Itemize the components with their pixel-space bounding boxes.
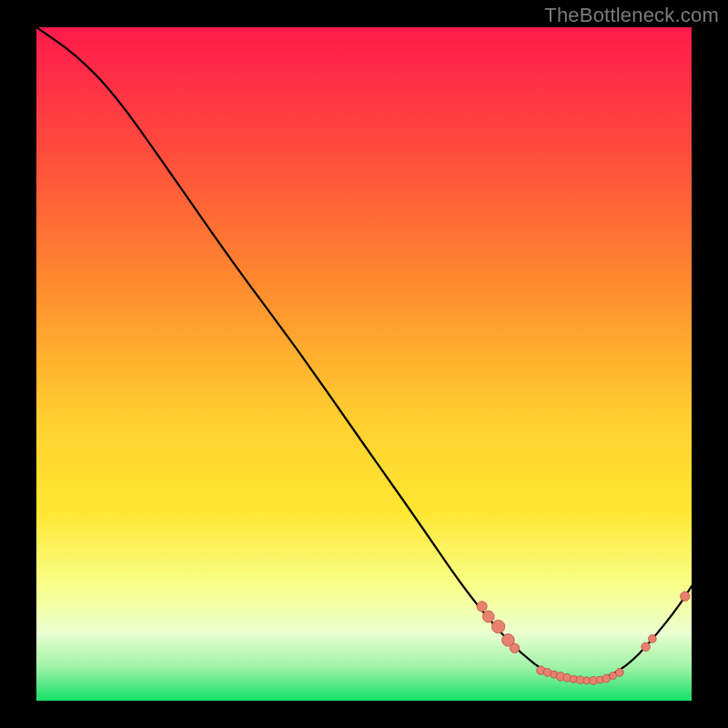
plot-svg	[36, 27, 692, 701]
data-dot	[615, 669, 623, 677]
chart-frame: TheBottleneck.com	[0, 0, 728, 728]
data-dot	[510, 643, 519, 652]
plot-area	[36, 27, 692, 701]
data-dot	[482, 611, 494, 622]
data-dot	[681, 592, 690, 601]
data-dot	[477, 602, 487, 612]
data-dot	[648, 635, 656, 643]
data-dot	[491, 620, 504, 632]
gradient-background	[36, 27, 692, 701]
watermark-text: TheBottleneck.com	[544, 4, 719, 27]
data-dot	[642, 642, 651, 652]
